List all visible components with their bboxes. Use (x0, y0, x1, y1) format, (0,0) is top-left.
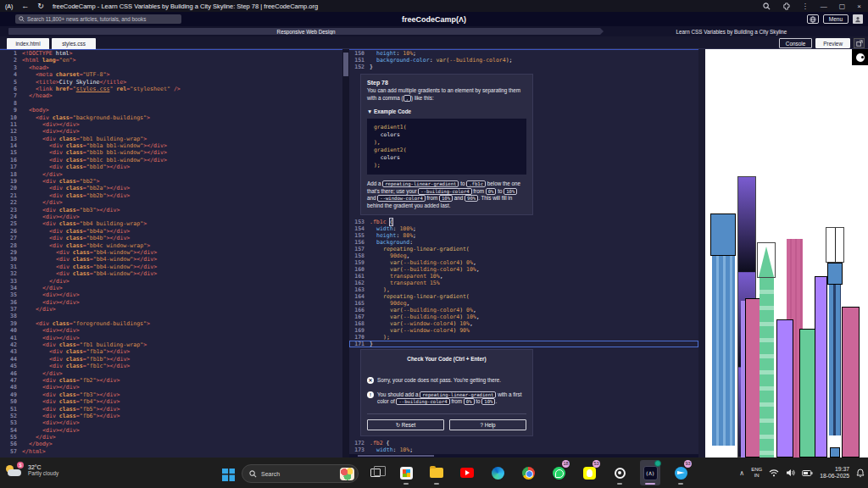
line-number: 35 (0, 291, 22, 298)
code-line: 44<div class="fb1b"></div> (0, 356, 342, 363)
code-line: 7</head> (0, 92, 342, 99)
code-token: --building-color4 (403, 307, 460, 313)
menu-button[interactable]: Menu (823, 14, 849, 24)
code-line: 21<div class="bb2b"></div> (0, 192, 342, 199)
code-token: "fb3" (80, 391, 97, 398)
code-line: 17<div class="bb1d"></div> (0, 164, 342, 170)
extensions-icon[interactable] (782, 3, 790, 10)
code-line: 31<div class="bb4-window"></div> (0, 263, 342, 270)
notification-badge: 18 (562, 460, 570, 468)
html-editor[interactable]: 1<!DOCTYPE html>2<html lang="en">3<head>… (0, 49, 342, 458)
taskbar-app-file-explorer[interactable] (426, 460, 447, 485)
globe-button[interactable] (807, 14, 819, 24)
close-button[interactable]: × (857, 3, 861, 10)
scrollbar-thumb[interactable] (358, 455, 434, 457)
code-token: width (376, 225, 393, 232)
start-button[interactable] (222, 469, 235, 481)
code-token: </div> (42, 370, 63, 377)
back-icon[interactable]: ← (21, 2, 29, 10)
example-code-toggle[interactable]: ▼ Example Code (367, 108, 526, 114)
reset-button[interactable]: ↻ Reset (367, 419, 444, 430)
tray-chevron-icon[interactable]: ∧ (739, 469, 744, 477)
code-token: from (450, 398, 464, 404)
line-number: 156 (349, 239, 370, 246)
taskbar-app-snapchat[interactable]: 53 (579, 460, 599, 485)
code-token: , (476, 313, 480, 320)
line-number: 16 (0, 157, 22, 164)
notification-badge: 93 (684, 460, 692, 468)
instruction-task: Add a repeating-linear-gradient to .fb1c… (367, 180, 526, 209)
taskbar-app-youtube[interactable] (457, 460, 477, 485)
code-token: "bb4 building-wrap" (80, 220, 143, 227)
browser-menu-icon[interactable]: ⋮ (802, 3, 809, 10)
inline-code-chip: --building-color4 (418, 188, 471, 195)
code-token: } (370, 64, 373, 70)
line-number: 40 (0, 327, 22, 334)
youtube-icon (460, 468, 474, 478)
console-button[interactable]: Console (779, 38, 812, 48)
css-lines-top: 150height: 10%;151background-color: var(… (349, 50, 698, 70)
code-token: <div></div> (42, 419, 80, 426)
code-token: <div></div> (42, 214, 80, 220)
inline-code-chip: .fb1c (466, 180, 486, 187)
search-label: Search (261, 471, 336, 477)
tab-index-html[interactable]: index.html (7, 38, 49, 49)
notification-bell-icon[interactable] (856, 469, 865, 478)
help-button[interactable]: ? Help (449, 419, 526, 430)
scrollbar-thumb[interactable] (343, 53, 348, 76)
line-number: 1 (0, 50, 22, 57)
code-line: 35<div></div> (0, 291, 342, 298)
code-token: "bb1d" (86, 164, 107, 170)
taskbar-app-whatsapp[interactable]: 18 (548, 460, 569, 485)
maximize-button[interactable]: ▢ (839, 3, 846, 10)
code-token: "bb4-window" (93, 249, 134, 256)
search-icon (19, 16, 25, 22)
language-indicator[interactable]: ENG IN (751, 467, 762, 479)
avatar[interactable] (853, 14, 863, 24)
popout-icon (856, 40, 863, 47)
preview-corner-button[interactable] (852, 49, 868, 65)
battery-icon[interactable] (802, 469, 813, 477)
code-token: height (376, 232, 396, 239)
fcc-search-input[interactable]: Search 11,800+ news articles, tutorials,… (15, 14, 181, 24)
code-line: 57</html> (0, 448, 342, 455)
taskbar-app-edge[interactable] (487, 460, 508, 485)
code-token: <div (42, 341, 59, 348)
taskbar-app-freecodecamp[interactable]: (Λ) (640, 460, 660, 485)
preview-popout-button[interactable] (854, 38, 865, 48)
editor-scrollbar[interactable] (342, 49, 349, 458)
code-token: "fb1c" (86, 363, 107, 369)
code-token: , (473, 307, 476, 313)
taskbar-app-task-view[interactable] (365, 460, 386, 485)
code-token: .fb2 (370, 440, 383, 446)
taskbar-app-chrome[interactable] (518, 460, 538, 485)
search-icon[interactable] (763, 3, 771, 10)
taskbar-app-microsoft-store[interactable] (396, 460, 416, 485)
taskbar-app-chatgpt[interactable] (609, 460, 630, 485)
line-number: 23 (0, 207, 22, 214)
taskbar-search[interactable]: Search (242, 464, 359, 483)
pane-divider[interactable] (698, 49, 705, 458)
tab-styles-css[interactable]: styles.css (52, 38, 96, 49)
volume-icon[interactable] (786, 469, 795, 477)
code-token: class (73, 263, 90, 270)
preview-button[interactable]: Preview (815, 38, 850, 48)
reload-icon[interactable]: ↻ (37, 2, 44, 10)
clock[interactable]: 19:37 18-06-2025 (820, 466, 849, 480)
code-token: <div (49, 356, 66, 363)
divider (367, 413, 526, 414)
taskbar-app-telegram[interactable]: 93 (670, 460, 691, 485)
wifi-icon[interactable] (769, 469, 779, 477)
code-token: > (147, 320, 150, 327)
weather-widget[interactable]: $ 32°C Partly cloudy (5, 462, 58, 479)
code-token: ( (466, 246, 470, 252)
code-token: class (73, 270, 90, 277)
line-number: 158 (349, 252, 370, 259)
minimize-button[interactable]: — (821, 3, 827, 10)
css-editor[interactable]: 150height: 10%;151background-color: var(… (349, 49, 698, 458)
line-number: 8 (0, 100, 22, 107)
code-line: 28<div class="bb4c window-wrap"> (0, 242, 342, 249)
code-token: <div (49, 164, 66, 170)
breadcrumb[interactable]: Responsive Web Design (8, 28, 604, 35)
line-number: 172 (349, 440, 370, 446)
